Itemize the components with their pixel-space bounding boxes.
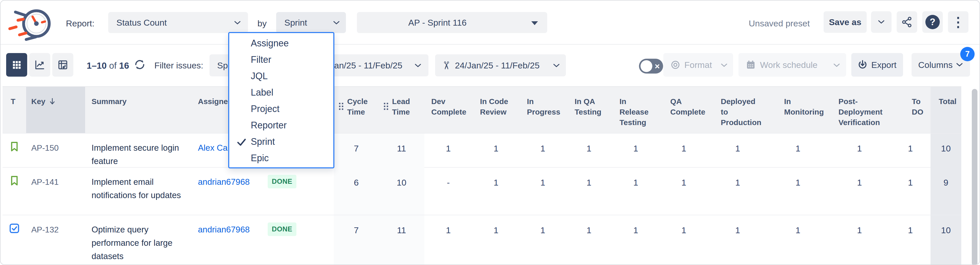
assignee-link[interactable]: andrian67968 [198, 177, 250, 187]
value-deployed-to-production: 1 [708, 168, 767, 215]
table-row: AP-132Optimize query performance for lar… [3, 215, 961, 265]
chart-view-button[interactable] [29, 53, 50, 77]
column-header-total[interactable]: Total [931, 87, 961, 133]
value-in-code-review: 1 [472, 168, 520, 215]
value-lead-time: 10 [379, 168, 424, 215]
column-header-post-deployment-verification[interactable]: Post-Deployment Verification [829, 87, 890, 133]
group-by-select[interactable]: Sprint [276, 12, 346, 33]
chevron-down-icon [553, 63, 560, 68]
menu-item-sprint[interactable]: Sprint [229, 133, 333, 150]
column-header-in-code-review[interactable]: In Code Review [472, 87, 520, 133]
drag-handle-icon [339, 102, 344, 111]
value-post-deployment-verification: 1 [829, 168, 890, 215]
value-total: 9 [931, 168, 961, 215]
menu-item-assignee[interactable]: Assignee [229, 35, 333, 51]
menu-item-reporter[interactable]: Reporter [229, 117, 333, 133]
menu-item-label: Epic [251, 153, 269, 163]
menu-item-project[interactable]: Project [229, 101, 333, 117]
pagination-info: 1–10 of 16 [87, 60, 129, 71]
columns-select[interactable]: Columns 7 [912, 53, 970, 77]
story-icon [8, 141, 20, 152]
vertical-scrollbar-thumb[interactable] [972, 89, 977, 265]
issue-key: AP-132 [26, 215, 85, 265]
save-as-label: Save as [829, 17, 862, 27]
table-view-button[interactable] [6, 53, 27, 77]
value-post-deployment-verification: 1 [829, 215, 890, 265]
trim-dates-chip[interactable]: ✂ 24/Jan/25 - 11/Feb/25 [435, 54, 566, 76]
column-header-lead-time[interactable]: Lead Time [379, 87, 424, 133]
value-in-qa-testing: 1 [566, 168, 612, 215]
chevron-down-icon [234, 21, 241, 25]
column-header-deployed-to-production[interactable]: Deployed to Production [708, 87, 767, 133]
format-select[interactable]: Format [663, 53, 733, 77]
column-header-in-release-testing[interactable]: In Release Testing [612, 87, 660, 133]
value-to-do: 1 [890, 215, 931, 265]
value-cycle-time: 7 [334, 133, 379, 168]
assignee-link[interactable]: Alex Ca [198, 143, 228, 152]
pagination-total: 16 [119, 60, 129, 70]
export-button[interactable]: Export [851, 53, 903, 77]
save-options-button[interactable] [871, 11, 891, 33]
bullseye-icon [670, 59, 681, 70]
more-menu-button[interactable]: ⋮ [948, 11, 969, 33]
scissors-icon: ✂ [440, 61, 453, 70]
table-header-row: TKeySummaryAssigneeStatusCycle TimeLead … [3, 86, 961, 133]
time-format-toggle[interactable]: × [639, 59, 663, 73]
value-dev-complete: 1 [424, 133, 472, 168]
work-schedule-select[interactable]: Work schedule [738, 53, 846, 77]
menu-item-label: Reporter [251, 120, 287, 131]
assignee-link[interactable]: andrian67968 [198, 225, 250, 234]
menu-item-epic[interactable]: Epic [229, 150, 333, 166]
column-header-in-monitoring[interactable]: In Monitoring [767, 87, 829, 133]
value-in-qa-testing: 1 [566, 133, 612, 168]
drag-handle-icon [383, 102, 389, 111]
story-icon [8, 175, 20, 187]
menu-item-label[interactable]: Label [229, 84, 333, 101]
column-header-summary[interactable]: Summary [85, 87, 197, 133]
menu-item-jql[interactable]: JQL [229, 68, 333, 84]
sprint-select[interactable]: AP - Sprint 116 [357, 12, 547, 33]
save-as-button[interactable]: Save as [824, 11, 867, 33]
value-deployed-to-production: 1 [708, 215, 767, 265]
column-header-qa-complete[interactable]: QA Complete [660, 87, 708, 133]
table-row: AP-150Implement secure login featureAlex… [3, 133, 961, 167]
column-header-key[interactable]: Key [26, 87, 85, 133]
issue-summary: Optimize query performance for large dat… [85, 215, 197, 265]
pivot-view-button[interactable] [52, 53, 73, 77]
grid-view-icon [11, 59, 22, 70]
column-header-t[interactable]: T [3, 87, 26, 133]
status-cell: DONE [265, 168, 334, 215]
column-header-in-progress[interactable]: In Progress [520, 87, 566, 133]
help-icon: ? [925, 15, 940, 29]
filter-issues-label: Filter issues: [154, 60, 203, 70]
export-icon [857, 59, 868, 70]
value-in-progress: 1 [520, 133, 566, 168]
group-by-menu: AssigneeFilterJQLLabelProjectReporterSpr… [228, 32, 334, 168]
issue-summary: Implement email notifications for update… [85, 168, 197, 215]
trim-dates-value: 24/Jan/25 - 11/Feb/25 [455, 60, 539, 70]
value-in-monitoring: 1 [767, 168, 829, 215]
app-window: Report: Status Count by Sprint AP - Spri… [0, 0, 980, 265]
report-type-select[interactable]: Status Count [108, 12, 248, 33]
chevron-down-icon [878, 20, 885, 24]
issue-key: AP-150 [26, 133, 85, 168]
value-total: 10 [931, 215, 961, 265]
menu-item-filter[interactable]: Filter [229, 51, 333, 68]
column-header-to-do[interactable]: To DO [890, 87, 931, 133]
value-lead-time: 11 [379, 133, 424, 168]
topbar-divider [0, 44, 980, 44]
story-icon-cell [3, 168, 26, 215]
refresh-button[interactable] [132, 58, 148, 72]
menu-item-label: Filter [251, 54, 271, 65]
check-icon [236, 137, 247, 148]
help-button[interactable]: ? [922, 11, 943, 33]
group-by-value: Sprint [284, 18, 307, 28]
menu-item-label: JQL [251, 71, 268, 81]
share-button[interactable] [897, 11, 917, 33]
column-header-dev-complete[interactable]: Dev Complete [424, 87, 472, 133]
report-label: Report: [66, 19, 95, 29]
column-header-cycle-time[interactable]: Cycle Time [334, 87, 379, 133]
column-header-in-qa-testing[interactable]: In QA Testing [566, 87, 612, 133]
app-logo [8, 5, 54, 44]
value-dev-complete: - [424, 168, 472, 215]
